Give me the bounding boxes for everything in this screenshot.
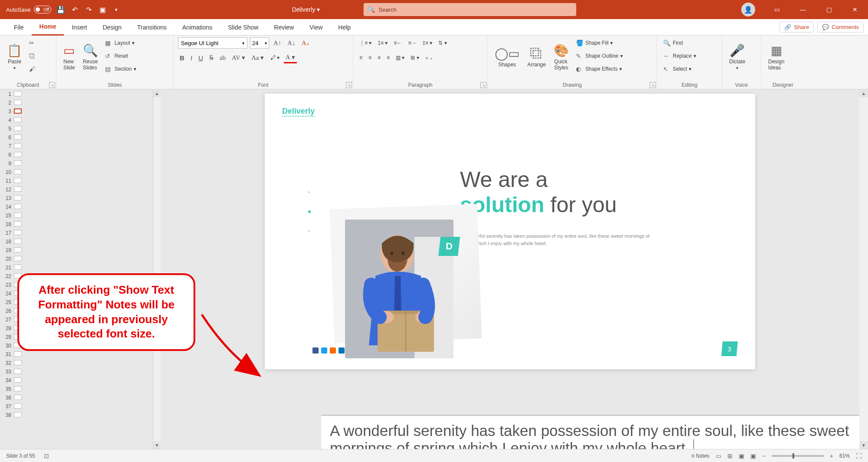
- notes-toggle[interactable]: ≡ Notes: [691, 453, 710, 459]
- reading-view-icon[interactable]: ▣: [739, 452, 744, 459]
- thumbnail-number[interactable]: 2: [0, 100, 13, 108]
- thumbnail-number[interactable]: 35: [0, 386, 13, 395]
- slide-canvas[interactable]: Deliverly We are a solution for you A wo…: [265, 94, 755, 369]
- scroll-down-icon[interactable]: ▼: [859, 441, 868, 449]
- thumbnail-number[interactable]: 13: [0, 195, 13, 204]
- thumbnail-number[interactable]: 9: [0, 161, 13, 169]
- reset-button[interactable]: ↺Reset: [103, 50, 138, 62]
- thumbnail-slide[interactable]: [14, 386, 22, 391]
- thumbnail-slide[interactable]: [14, 117, 22, 122]
- autosave-switch[interactable]: Off: [34, 6, 51, 13]
- bold-button[interactable]: B: [178, 52, 186, 63]
- highlight-button[interactable]: 🖍 ▾: [269, 52, 281, 63]
- tab-design[interactable]: Design: [95, 19, 129, 36]
- tab-transitions[interactable]: Transitions: [129, 19, 174, 36]
- quick-styles-button[interactable]: 🎨Quick Styles: [551, 37, 572, 76]
- align-center-button[interactable]: ≡: [367, 52, 373, 63]
- tab-animations[interactable]: Animations: [174, 19, 220, 36]
- close-icon[interactable]: ✕: [842, 0, 868, 19]
- slide-image[interactable]: [345, 228, 454, 363]
- thumbnail-number[interactable]: 3: [0, 108, 13, 117]
- document-name[interactable]: Deliverly ▾: [292, 6, 320, 13]
- replace-button[interactable]: ↔Replace ▾: [661, 50, 698, 62]
- thumbnail-number[interactable]: 36: [0, 395, 13, 403]
- slideshow-view-icon[interactable]: ▣: [750, 452, 756, 459]
- thumbnail-number[interactable]: 7: [0, 143, 13, 152]
- smartart-button[interactable]: ⟐ ▾: [424, 52, 434, 63]
- thumbnail-slide[interactable]: [14, 403, 22, 409]
- shape-outline-button[interactable]: ✎Shape Outline ▾: [574, 50, 625, 62]
- decrease-indent-button[interactable]: ≡←: [392, 37, 404, 49]
- shadow-button[interactable]: ab: [218, 52, 227, 63]
- thumbnail-slide[interactable]: [14, 134, 22, 140]
- bullets-button[interactable]: ⋮≡ ▾: [358, 37, 373, 49]
- thumbnail-number[interactable]: 6: [0, 134, 13, 143]
- thumbnail-number[interactable]: 11: [0, 178, 13, 187]
- thumbnail-number[interactable]: 19: [0, 247, 13, 256]
- zoom-level[interactable]: 61%: [839, 453, 850, 459]
- drawing-launcher[interactable]: ↘: [650, 82, 656, 88]
- thumbnail-number[interactable]: 31: [0, 351, 13, 360]
- slide-body-text[interactable]: A wonderful serenity has taken possessio…: [460, 233, 660, 247]
- thumbnail-number[interactable]: 10: [0, 169, 13, 178]
- slide-scrollbar[interactable]: ▲ ▼: [859, 89, 868, 449]
- undo-icon[interactable]: ↶: [70, 5, 79, 14]
- thumbnail-number[interactable]: 29: [0, 334, 13, 343]
- save-icon[interactable]: 💾: [56, 5, 65, 14]
- clipboard-launcher[interactable]: ↘: [49, 82, 55, 88]
- thumbnail-slide[interactable]: [14, 143, 22, 148]
- increase-indent-button[interactable]: ≡→: [406, 37, 418, 49]
- slide-sorter-icon[interactable]: ⊞: [727, 452, 733, 459]
- thumbnail-slide[interactable]: [14, 108, 22, 114]
- slide-heading[interactable]: We are a solution for you: [460, 167, 617, 217]
- new-slide-button[interactable]: ▭New Slide: [61, 37, 78, 76]
- font-name-selector[interactable]: Segoe UI Light▾: [178, 37, 247, 49]
- comments-button[interactable]: 💬 Comments: [817, 22, 864, 33]
- justify-button[interactable]: ≡: [385, 52, 391, 63]
- change-case-button[interactable]: Aa ▾: [250, 52, 266, 63]
- thumbnail-slide[interactable]: [14, 360, 22, 365]
- scroll-up-icon[interactable]: ▲: [153, 89, 161, 97]
- thumbnail-number[interactable]: 25: [0, 299, 13, 308]
- font-launcher[interactable]: ↘: [346, 82, 352, 88]
- tab-home[interactable]: Home: [32, 19, 64, 36]
- thumbnail-number[interactable]: 32: [0, 360, 13, 369]
- ribbon-display-icon[interactable]: ▭: [764, 0, 790, 19]
- thumbnail-slide[interactable]: [14, 152, 22, 157]
- notes-text[interactable]: A wonderful serenity has taken possessio…: [330, 422, 849, 449]
- account-avatar[interactable]: 👤: [741, 3, 755, 16]
- cut-button[interactable]: ✂: [27, 37, 39, 49]
- thumbnail-number[interactable]: 22: [0, 273, 13, 282]
- spacing-button[interactable]: AV ▾: [230, 52, 247, 63]
- slide-editor-area[interactable]: Deliverly We are a solution for you A wo…: [161, 89, 868, 449]
- thumbnail-slide[interactable]: [14, 178, 22, 183]
- thumbnail-number[interactable]: 37: [0, 403, 13, 412]
- thumbnail-slide[interactable]: [14, 351, 22, 357]
- design-ideas-button[interactable]: ▦Design Ideas: [766, 37, 787, 76]
- paste-button[interactable]: 📋Paste▾: [4, 37, 25, 76]
- font-color-button[interactable]: A ▾: [284, 52, 297, 63]
- shape-fill-button[interactable]: 🪣Shape Fill ▾: [574, 37, 625, 49]
- accessibility-icon[interactable]: ⊡: [44, 452, 49, 459]
- thumbnail-number[interactable]: 1: [0, 91, 13, 100]
- autosave-toggle[interactable]: AutoSave Off: [6, 6, 51, 13]
- tab-view[interactable]: View: [302, 19, 330, 36]
- thumbnail-panel[interactable]: 1234567891011121314151617181920212223242…: [0, 89, 161, 449]
- share-button[interactable]: 🔗 Share: [779, 22, 814, 33]
- decrease-font-button[interactable]: A↓: [286, 37, 297, 49]
- thumbnail-slide[interactable]: [14, 187, 22, 192]
- thumbnail-slide[interactable]: [14, 221, 22, 226]
- thumbnail-number[interactable]: 33: [0, 369, 13, 377]
- tab-file[interactable]: File: [6, 19, 32, 36]
- arrange-button[interactable]: ⿻Arrange: [525, 37, 549, 76]
- format-painter-button[interactable]: 🖌: [27, 63, 39, 75]
- thumbnail-number[interactable]: 27: [0, 317, 13, 325]
- thumbnail-number[interactable]: 23: [0, 282, 13, 291]
- thumbnail-number[interactable]: 30: [0, 343, 13, 351]
- italic-button[interactable]: I: [189, 52, 194, 63]
- thumbnail-slide[interactable]: [14, 369, 22, 374]
- thumbnail-slide[interactable]: [14, 126, 22, 131]
- thumbnail-slide[interactable]: [14, 265, 22, 270]
- find-button[interactable]: 🔍Find: [661, 37, 698, 49]
- thumbnail-slide[interactable]: [14, 169, 22, 174]
